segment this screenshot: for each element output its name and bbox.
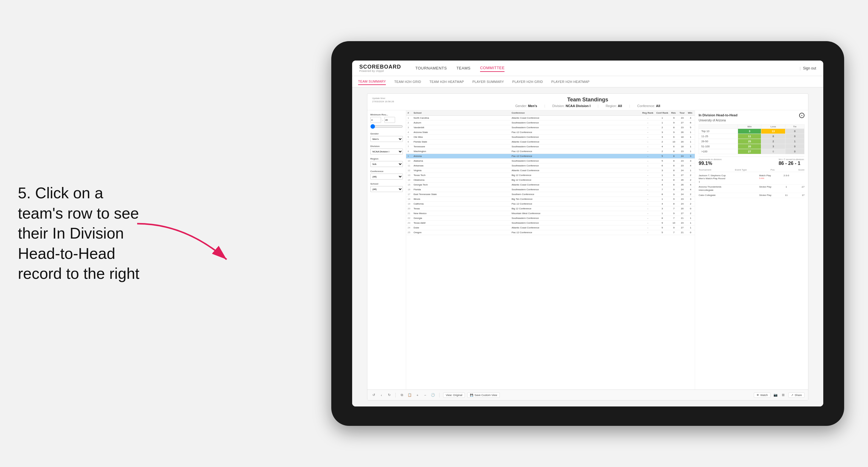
nav-committee[interactable]: COMMITTEE xyxy=(480,64,505,72)
prev-icon[interactable]: ‹ xyxy=(379,393,384,398)
table-row[interactable]: 10 Alabama Southeastern Conference - 5 8… xyxy=(406,159,695,163)
table-row[interactable]: 17 East Tennessee State Southern Confere… xyxy=(406,192,695,197)
tournament-row-3[interactable]: Cabo Collegiate Stroke Play 11 17 xyxy=(699,193,805,198)
table-row[interactable]: 25 Oregon Pac-12 Conference - 5 7 21 0 xyxy=(406,230,695,235)
cell-win: 4 xyxy=(686,163,695,168)
cell-school: Alabama xyxy=(412,159,510,163)
table-row[interactable]: 9 Arizona Pac-12 Conference - 5 8 24 3 xyxy=(406,154,695,159)
table-row[interactable]: 13 Texas Tech Big 12 Conference - 1 9 27… xyxy=(406,173,695,178)
cell-rank: 19 xyxy=(406,201,412,206)
school-select[interactable]: (All) xyxy=(370,186,403,192)
cell-win: 2 xyxy=(686,173,695,178)
subnav-player-h2h-grid[interactable]: PLAYER H2H GRID xyxy=(512,79,543,85)
share-btn[interactable]: ↗ Share xyxy=(788,393,805,398)
cell-win: 1 xyxy=(686,135,695,139)
redo-icon[interactable]: ↻ xyxy=(386,393,392,398)
cell-rds: 7 xyxy=(670,216,678,221)
table-row[interactable]: 14 Oklahoma Big 12 Conference - 3 8 26 2 xyxy=(406,178,695,183)
h2h-row-top10[interactable]: Top 10 3 13 0 xyxy=(699,129,805,134)
table-row[interactable]: 22 Georgia Southeastern Conference - 8 7… xyxy=(406,216,695,221)
undo-icon[interactable]: ↺ xyxy=(371,393,376,398)
region-select[interactable]: N/A xyxy=(370,161,403,167)
col-conf-rank: Conf Rank xyxy=(655,110,670,116)
cell-rds: 9 xyxy=(670,192,678,197)
cell-conf-rank: 5 xyxy=(655,154,670,159)
table-row[interactable]: 11 Arkansas Southeastern Conference - 6 … xyxy=(406,163,695,168)
watch-btn[interactable]: 👁 Watch xyxy=(754,393,771,398)
paste-icon[interactable]: 📋 xyxy=(407,393,412,398)
cell-school: Oregon xyxy=(412,230,510,235)
brand-sub: Powered by clippd xyxy=(359,69,401,72)
table-row[interactable]: 16 Florida Southeastern Conference - 7 9… xyxy=(406,187,695,192)
table-row[interactable]: 6 Florida State Atlantic Coast Conferenc… xyxy=(406,139,695,144)
h2h-row-2650[interactable]: 26-50 25 2 1 xyxy=(699,139,805,144)
h2h-row-gt100[interactable]: >100 27 0 0 xyxy=(699,149,805,154)
cell-conf-rank: 3 xyxy=(655,130,670,135)
table-row[interactable]: 5 Ole Miss Southeastern Conference - 3 6… xyxy=(406,135,695,139)
table-row[interactable]: 7 Tennessee Southeastern Conference - 4 … xyxy=(406,144,695,149)
cell-reg-rank: - xyxy=(641,183,655,187)
tourn-score-3: 17 xyxy=(793,194,805,196)
table-row[interactable]: 21 New Mexico Mountain West Conference -… xyxy=(406,211,695,216)
conference-select[interactable]: (All) xyxy=(370,174,403,180)
cell-school: Vanderbilt xyxy=(412,125,510,130)
table-row[interactable]: 18 Illinois Big Ten Conference - 1 9 23 … xyxy=(406,197,695,201)
h2h-row-1125[interactable]: 11-25 11 8 0 xyxy=(699,134,805,139)
table-row[interactable]: 24 Duke Atlantic Coast Conference - 5 9 … xyxy=(406,225,695,230)
nav-teams[interactable]: TEAMS xyxy=(457,65,470,71)
nav-tournaments[interactable]: TOURNAMENTS xyxy=(415,65,447,71)
table-row[interactable]: 2 Auburn Southeastern Conference - 1 9 2… xyxy=(406,121,695,125)
cell-rank: 2 xyxy=(406,121,412,125)
min-rounds-slider[interactable] xyxy=(370,124,403,129)
table-row[interactable]: 4 Arizona State Pac-12 Conference - 3 9 … xyxy=(406,130,695,135)
view-original-btn[interactable]: View: Original xyxy=(443,393,465,398)
toolbar-sep-2 xyxy=(439,393,439,398)
cell-school: Washington xyxy=(412,149,510,154)
cell-conference: Southeastern Conference xyxy=(510,121,641,125)
cell-conf-rank: 1 xyxy=(655,211,670,216)
gender-select[interactable]: Men's xyxy=(370,136,403,142)
cell-win: 4 xyxy=(686,116,695,121)
table-row[interactable]: 19 California Pac-12 Conference - 4 8 24… xyxy=(406,201,695,206)
subnav-team-h2h-grid[interactable]: TEAM H2H GRID xyxy=(394,79,421,85)
table-row[interactable]: 20 Texas Big 12 Conference - 3 7 20 0 xyxy=(406,206,695,211)
table-row[interactable]: 8 Washington Pac-12 Conference - 2 8 23 … xyxy=(406,149,695,154)
sign-out-link[interactable]: Sign out xyxy=(803,66,816,70)
cell-tour: 20 xyxy=(678,139,686,144)
cell-school: East Tennessee State xyxy=(412,192,510,197)
minus-icon[interactable]: − xyxy=(423,393,428,398)
min-rounds-input[interactable] xyxy=(370,117,381,123)
clock-icon[interactable]: 🕐 xyxy=(430,393,436,398)
division-select[interactable]: NCAA Division I xyxy=(370,149,403,154)
cell-tour: 24 xyxy=(678,201,686,206)
table-row[interactable]: 15 Georgia Tech Atlantic Coast Conferenc… xyxy=(406,183,695,187)
subnav-player-h2h-heatmap[interactable]: PLAYER H2H HEATMAP xyxy=(551,79,589,85)
screenshot-icon[interactable]: 📷 xyxy=(773,393,778,398)
table-row[interactable]: 1 North Carolina Atlantic Coast Conferen… xyxy=(406,116,695,121)
subnav-team-h2h-heatmap[interactable]: TEAM H2H HEATMAP xyxy=(429,79,464,85)
h2h-win-1125: 11 xyxy=(738,134,761,139)
tournament-row-1[interactable]: Jackson T. Stephens CupMen's Match-Play … xyxy=(699,173,805,185)
cell-reg-rank: - xyxy=(641,201,655,206)
h2h-close-button[interactable]: × xyxy=(799,113,805,118)
cell-win: 1 xyxy=(686,225,695,230)
table-row[interactable]: 12 Virginia Atlantic Coast Conference - … xyxy=(406,168,695,173)
table-row[interactable]: 3 Vanderbilt Southeastern Conference - 2… xyxy=(406,125,695,130)
copy-icon[interactable]: ⧉ xyxy=(399,393,405,398)
subnav-team-summary[interactable]: TEAM SUMMARY xyxy=(358,79,386,85)
subnav-player-summary[interactable]: PLAYER SUMMARY xyxy=(472,79,504,85)
cell-rank: 25 xyxy=(406,230,412,235)
cell-rds: 7 xyxy=(670,230,678,235)
share-label: Share xyxy=(795,394,802,397)
table-row[interactable]: 23 Texas A&M Southeastern Conference - 9… xyxy=(406,221,695,225)
save-custom-btn[interactable]: 💾 Save Custom View xyxy=(467,393,500,398)
filter-region: Region: All xyxy=(606,104,622,108)
add-icon[interactable]: + xyxy=(415,393,420,398)
tournament-row-2[interactable]: Arizona ThunderbirdsIntercollegiate Stro… xyxy=(699,185,805,193)
save-custom-icon: 💾 xyxy=(470,394,473,397)
min-rounds-max-input[interactable] xyxy=(384,117,395,123)
h2h-row-51100[interactable]: 51-100 20 3 0 xyxy=(699,144,805,149)
cell-conf-rank: 2 xyxy=(655,149,670,154)
col-rds: Rds xyxy=(670,110,678,116)
grid-icon[interactable]: ⊞ xyxy=(781,393,786,398)
